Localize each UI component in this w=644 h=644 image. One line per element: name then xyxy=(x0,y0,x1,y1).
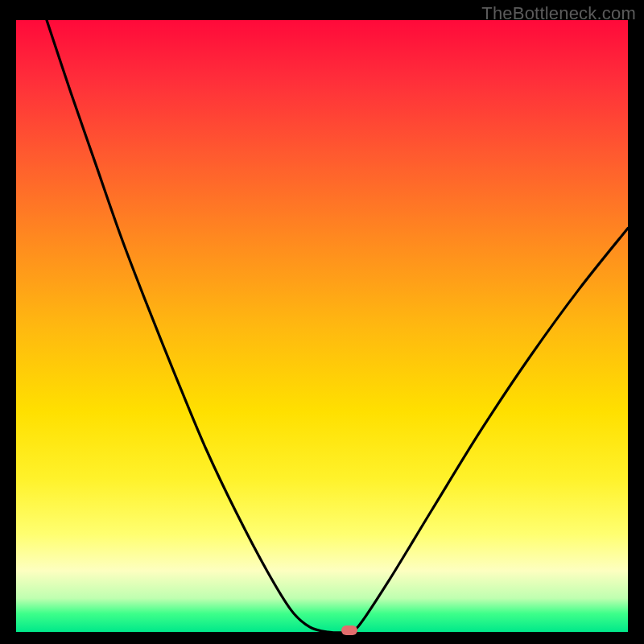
plot-area xyxy=(16,20,628,632)
bottleneck-curve xyxy=(16,20,628,632)
chart-frame: TheBottleneck.com xyxy=(0,0,644,644)
optimal-marker xyxy=(341,625,357,635)
watermark-text: TheBottleneck.com xyxy=(481,3,636,24)
